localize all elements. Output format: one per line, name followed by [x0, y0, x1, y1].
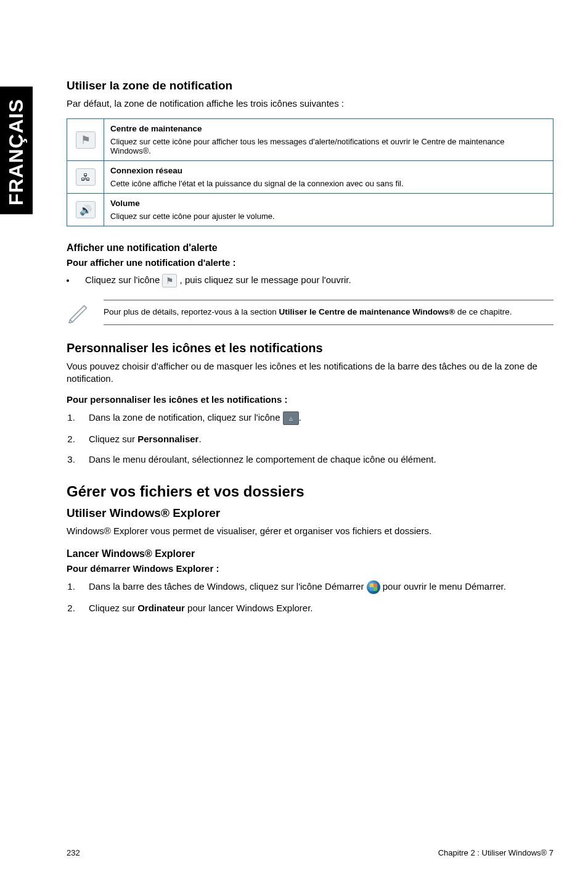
row-title: Volume	[110, 199, 547, 208]
step-text-post: pour ouvrir le menu Démarrer.	[383, 581, 506, 592]
step-text-post: .	[299, 412, 301, 423]
step-text-pre: Dans la zone de notification, cliquez su…	[89, 412, 283, 423]
list-item: Cliquez sur Ordinateur pour lancer Windo…	[78, 601, 553, 614]
alert-bullet: Cliquez sur l'icône , puis cliquez sur l…	[67, 274, 553, 287]
alert-notification-title: Afficher une notification d'alerte	[67, 242, 553, 254]
note-text-bold: Utiliser le Centre de maintenance Window…	[279, 307, 455, 316]
row-title: Connexion réseau	[110, 166, 547, 175]
action-center-icon	[76, 131, 96, 149]
bullet-dot-icon	[67, 279, 69, 282]
network-icon	[76, 168, 96, 186]
start-orb-icon	[367, 580, 380, 594]
row-title: Centre de maintenance	[110, 124, 547, 133]
chapter-label: Chapitre 2 : Utiliser Windows® 7	[438, 848, 553, 857]
list-item: Cliquez sur Personnaliser.	[78, 432, 553, 445]
bullet-text-post: , puis cliquez sur le message pour l'ouv…	[180, 274, 351, 285]
table-row: Centre de maintenance Cliquez sur cette …	[67, 119, 553, 161]
row-desc: Cliquez sur cette icône pour afficher to…	[110, 137, 505, 155]
alert-notification-lead: Pour afficher une notification d'alerte …	[67, 257, 553, 268]
step-text-bold: Personnaliser	[137, 434, 198, 444]
page-footer: 232 Chapitre 2 : Utiliser Windows® 7	[67, 848, 553, 857]
section-notification-area-title: Utiliser la zone de notification	[67, 79, 553, 93]
note-text-pre: Pour plus de détails, reportez-vous à la…	[104, 307, 279, 316]
use-explorer-text: Windows® Explorer vous permet de visuali…	[67, 525, 553, 537]
note-text-post: de ce chapitre.	[455, 307, 512, 316]
table-row: Volume Cliquez sur cette icône pour ajus…	[67, 194, 553, 226]
customize-icons-title: Personnaliser les icônes et les notifica…	[67, 341, 553, 355]
page-number: 232	[67, 848, 80, 857]
customize-steps: Dans la zone de notification, cliquez su…	[78, 411, 553, 466]
customize-icons-intro: Vous pouvez choisir d'afficher ou de mas…	[67, 360, 553, 386]
page-content: Utiliser la zone de notification Par déf…	[67, 79, 553, 622]
note-block: Pour plus de détails, reportez-vous à la…	[67, 300, 553, 325]
language-tab: FRANÇAIS	[0, 86, 33, 214]
step-text-post: .	[198, 434, 201, 444]
row-desc: Cliquez sur cette icône pour ajuster le …	[110, 212, 275, 221]
customize-icons-lead: Pour personnaliser les icônes et les not…	[67, 394, 553, 405]
table-row: Connexion réseau Cette icône affiche l'é…	[67, 161, 553, 194]
action-center-inline-icon	[162, 274, 177, 287]
list-item: Dans le menu déroulant, sélectionnez le …	[78, 453, 553, 466]
volume-icon	[76, 201, 96, 218]
section-notification-area-intro: Par défaut, la zone de notification affi…	[67, 97, 553, 110]
notification-icons-table: Centre de maintenance Cliquez sur cette …	[67, 118, 553, 226]
step-text-bold: Ordinateur	[137, 603, 185, 613]
launch-explorer-steps: Dans la barre des tâches de Windows, cli…	[78, 580, 553, 614]
list-item: Dans la zone de notification, cliquez su…	[78, 411, 553, 425]
note-pen-icon	[67, 300, 90, 323]
manage-files-title: Gérer vos fichiers et vos dossiers	[67, 483, 553, 500]
step-text-post: pour lancer Windows Explorer.	[185, 603, 313, 613]
step-text-pre: Dans la barre des tâches de Windows, cli…	[89, 581, 367, 592]
step-text-pre: Cliquez sur	[89, 434, 137, 444]
bullet-text-pre: Cliquez sur l'icône	[85, 274, 162, 285]
row-desc: Cette icône affiche l'état et la puissan…	[110, 179, 404, 188]
launch-explorer-lead: Pour démarrer Windows Explorer :	[67, 563, 553, 574]
launch-explorer-title: Lancer Windows® Explorer	[67, 548, 553, 559]
tray-arrow-icon	[283, 411, 299, 425]
list-item: Dans la barre des tâches de Windows, cli…	[78, 580, 553, 594]
step-text-pre: Cliquez sur	[89, 603, 137, 613]
use-explorer-title: Utiliser Windows® Explorer	[67, 506, 553, 520]
